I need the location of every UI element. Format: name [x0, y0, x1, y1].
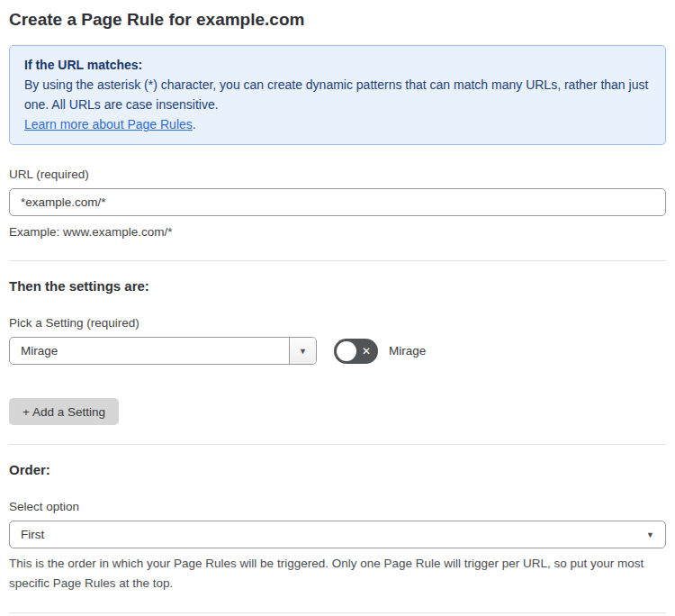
page-rule-form: Create a Page Rule for example.com If th…	[0, 0, 675, 616]
link-period: .	[193, 117, 196, 131]
url-field-label: URL (required)	[9, 168, 666, 181]
page-title: Create a Page Rule for example.com	[9, 8, 666, 32]
mirage-toggle-group: ✕ Mirage	[334, 339, 426, 364]
order-select[interactable]: First ▼	[9, 521, 666, 548]
mirage-toggle[interactable]: ✕	[334, 339, 378, 364]
divider	[9, 612, 666, 613]
x-icon: ✕	[362, 346, 371, 357]
setting-select-dropdown-button[interactable]: ▼	[289, 338, 316, 364]
setting-row: Mirage ▼ ✕ Mirage	[9, 337, 666, 365]
chevron-down-icon: ▼	[646, 530, 654, 539]
order-select-label: Select option	[9, 500, 666, 513]
settings-section-heading: Then the settings are:	[9, 278, 666, 294]
order-helper-text: This is the order in which your Page Rul…	[9, 554, 666, 593]
url-input[interactable]	[9, 188, 666, 216]
url-match-info-box: If the URL matches: By using the asteris…	[9, 45, 666, 145]
add-setting-button[interactable]: + Add a Setting	[9, 398, 119, 425]
toggle-knob	[337, 341, 356, 361]
setting-select[interactable]: Mirage ▼	[9, 337, 317, 365]
setting-select-value: Mirage	[10, 338, 289, 364]
chevron-down-icon: ▼	[299, 347, 307, 356]
order-select-value: First	[21, 528, 44, 541]
info-box-body: By using the asterisk (*) character, you…	[24, 75, 651, 114]
mirage-toggle-label: Mirage	[389, 344, 426, 358]
setting-picker-label: Pick a Setting (required)	[9, 316, 666, 330]
divider	[9, 260, 666, 261]
info-box-heading: If the URL matches:	[24, 55, 651, 75]
learn-more-link[interactable]: Learn more about Page Rules	[24, 117, 193, 131]
order-section-heading: Order:	[9, 462, 666, 477]
url-example-helper: Example: www.example.com/*	[9, 222, 666, 241]
info-box-link-line: Learn more about Page Rules.	[24, 114, 651, 134]
divider	[9, 444, 666, 445]
